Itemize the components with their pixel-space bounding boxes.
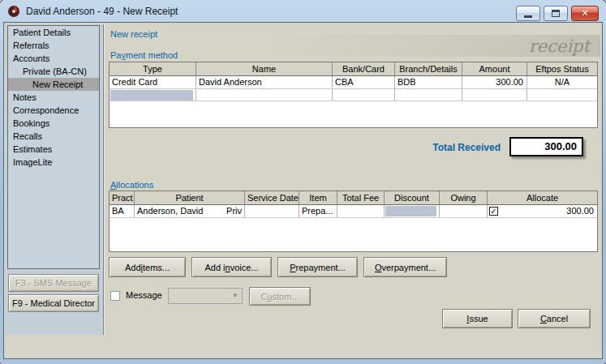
sidebar-item-new-receipt[interactable]: New Receipt: [8, 78, 99, 91]
sidebar: Patient Details Referrals Accounts Priva…: [6, 24, 104, 335]
minimize-icon: [524, 15, 532, 18]
empty-cell: [395, 89, 462, 101]
window-controls: ✕: [516, 6, 599, 21]
dropdown-arrow-icon: ▼: [232, 293, 239, 299]
alloc-cell-allocate: ✓ 300.00: [488, 205, 597, 218]
column-header-pract: Pract: [110, 191, 135, 205]
alloc-cell-discount[interactable]: [385, 205, 440, 218]
sidebar-item-imagelite[interactable]: ImageLite: [8, 156, 99, 169]
sidebar-item-bookings[interactable]: Bookings: [8, 117, 99, 130]
column-header-discount: Discount: [385, 191, 440, 205]
maximize-button[interactable]: [544, 6, 568, 21]
payment-table: Type Name Bank/Card Branch/Details Amoun…: [109, 62, 598, 128]
window-title: David Anderson - 49 - New Receipt: [26, 6, 178, 17]
sidebar-item-notes[interactable]: Notes: [8, 91, 99, 104]
column-header-branch-details: Branch/Details: [395, 62, 462, 76]
column-header-eftpos-status: Eftpos Status: [527, 62, 597, 76]
overpayment-button[interactable]: Overpayment...: [363, 257, 447, 277]
cancel-button[interactable]: Cancel: [518, 309, 591, 328]
message-label: Message: [126, 290, 162, 300]
watermark-band: receipt: [262, 35, 600, 57]
app-window: David Anderson - 49 - New Receipt ✕ Pati…: [0, 0, 606, 364]
minimize-button[interactable]: [516, 6, 540, 21]
alloc-cell-item[interactable]: Prepa...: [299, 205, 337, 218]
payment-table-header: Type Name Bank/Card Branch/Details Amoun…: [110, 62, 597, 76]
close-icon: ✕: [581, 9, 588, 18]
prepayment-button[interactable]: Prepayment...: [277, 257, 358, 277]
sidebar-item-referrals[interactable]: Referrals: [8, 39, 99, 52]
sidebar-item-private-ba-cn[interactable]: Private (BA-CN): [8, 65, 99, 78]
column-header-type: Type: [110, 62, 196, 76]
alloc-patient-name: Anderson, David: [137, 205, 203, 217]
column-header-allocate: Allocate: [488, 191, 597, 205]
add-items-button[interactable]: Add items...: [109, 257, 186, 277]
alloc-cell-owing[interactable]: [440, 205, 488, 218]
allocation-row[interactable]: BA Anderson, David Priv Prepa... ✓ 300.0…: [110, 205, 597, 218]
payment-cell-eftpos-status[interactable]: N/A: [527, 76, 597, 89]
payment-row[interactable]: Credit Card David Anderson CBA BDB 300.0…: [110, 76, 597, 89]
sidebar-item-patient-details[interactable]: Patient Details: [8, 26, 99, 39]
sidebar-nav: Patient Details Referrals Accounts Priva…: [7, 25, 100, 269]
alloc-cell-patient[interactable]: Anderson, David Priv: [135, 205, 245, 218]
titlebar[interactable]: David Anderson - 49 - New Receipt ✕: [0, 0, 606, 22]
issue-button[interactable]: Issue: [442, 309, 513, 328]
message-combobox: ▼: [168, 288, 243, 304]
column-header-service-date: Service Date: [245, 191, 299, 205]
client-area: Patient Details Referrals Accounts Priva…: [3, 22, 603, 359]
sidebar-item-accounts[interactable]: Accounts: [8, 52, 99, 65]
medical-director-button[interactable]: F9 - Medical Director: [8, 294, 99, 312]
alloc-allocate-amount[interactable]: 300.00: [502, 205, 594, 217]
close-button[interactable]: ✕: [571, 6, 599, 21]
column-header-owing: Owing: [440, 191, 488, 205]
payment-new-entry-cell[interactable]: [110, 89, 196, 101]
payment-cell-branch-details[interactable]: BDB: [395, 76, 462, 89]
message-checkbox[interactable]: [110, 291, 120, 301]
page-title: New receipt: [110, 29, 157, 39]
empty-cell: [333, 89, 395, 101]
payment-cell-name[interactable]: David Anderson: [196, 76, 333, 89]
payment-cell-amount[interactable]: 300.00: [462, 76, 527, 89]
column-header-item: Item: [299, 191, 337, 205]
alloc-cell-service-date[interactable]: [245, 205, 299, 218]
alloc-cell-total-fee[interactable]: [337, 205, 385, 218]
sidebar-item-estimates[interactable]: Estimates: [8, 143, 99, 156]
column-header-name: Name: [196, 62, 333, 76]
total-received-label: Total Received: [345, 142, 501, 153]
column-header-amount: Amount: [462, 62, 527, 76]
payment-cell-bank-card[interactable]: CBA: [333, 76, 395, 89]
empty-cell: [462, 89, 527, 101]
sms-message-button: F3 - SMS Message: [8, 274, 99, 292]
sidebar-item-correspondence[interactable]: Correspondence: [8, 104, 99, 117]
empty-cell: [527, 89, 597, 101]
maximize-icon: [552, 10, 560, 17]
app-icon: [7, 5, 20, 18]
alloc-cell-pract[interactable]: BA: [110, 205, 135, 218]
column-header-bank-card: Bank/Card: [333, 62, 395, 76]
column-header-patient: Patient: [135, 191, 245, 205]
empty-cell: [196, 89, 333, 101]
custom-button: Custom...: [249, 287, 311, 306]
allocations-table: Pract Patient Service Date Item Total Fe…: [109, 191, 598, 252]
payment-empty-row[interactable]: [110, 89, 597, 101]
alloc-patient-type: Priv: [226, 205, 242, 217]
total-received-value: 300.00: [509, 137, 583, 156]
payment-cell-type[interactable]: Credit Card: [110, 76, 196, 89]
sidebar-item-recalls[interactable]: Recalls: [8, 130, 99, 143]
column-header-total-fee: Total Fee: [337, 191, 385, 205]
allocations-table-header: Pract Patient Service Date Item Total Fe…: [110, 191, 597, 205]
add-invoice-button[interactable]: Add invoice...: [191, 257, 272, 277]
allocations-label: Allocations: [110, 180, 153, 190]
watermark-text: receipt: [529, 36, 590, 56]
payment-method-label: Payment method: [110, 50, 178, 60]
allocate-checkbox[interactable]: ✓: [489, 207, 498, 216]
